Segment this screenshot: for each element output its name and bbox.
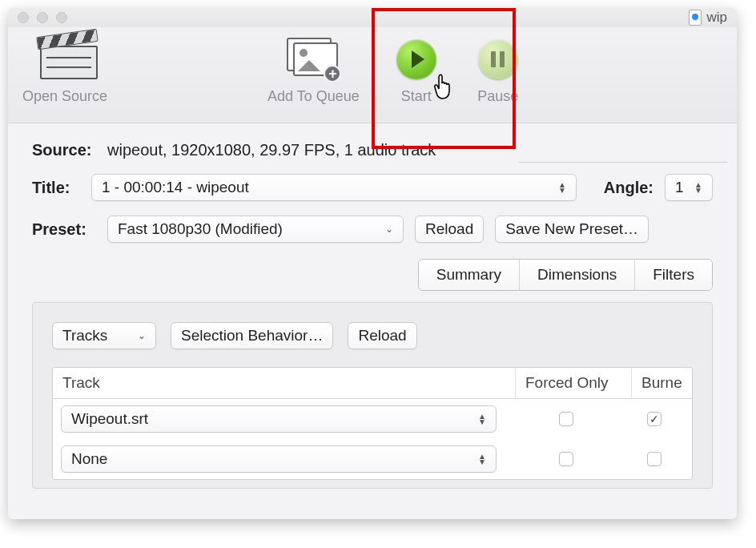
tracks-reload-label: Reload bbox=[358, 327, 406, 345]
tabs: Summary Dimensions Filters bbox=[32, 259, 713, 291]
close-icon[interactable] bbox=[18, 12, 29, 23]
open-source-button[interactable]: Open Source bbox=[22, 37, 107, 105]
save-preset-button[interactable]: Save New Preset… bbox=[495, 216, 649, 243]
stepper-icon: ▲▼ bbox=[478, 413, 486, 425]
track-select[interactable]: None ▲▼ bbox=[61, 445, 497, 473]
tracks-dropdown[interactable]: Tracks ⌄ bbox=[52, 322, 156, 349]
angle-value: 1 bbox=[675, 179, 684, 196]
save-preset-label: Save New Preset… bbox=[505, 220, 638, 238]
doc-name: wip bbox=[706, 10, 727, 26]
add-to-queue-button[interactable]: + Add To Queue bbox=[267, 37, 360, 105]
titlebar: wip bbox=[8, 8, 737, 27]
angle-label: Angle: bbox=[604, 179, 653, 197]
add-to-queue-label: Add To Queue bbox=[267, 88, 360, 105]
source-text: wipeout, 1920x1080, 29.97 FPS, 1 audio t… bbox=[107, 141, 436, 159]
reload-label: Reload bbox=[425, 220, 473, 238]
source-row: Source: wipeout, 1920x1080, 29.97 FPS, 1… bbox=[32, 141, 713, 159]
title-row: Title: 1 - 00:00:14 - wipeout ▲▼ Angle: … bbox=[32, 174, 713, 201]
tracks-dropdown-label: Tracks bbox=[62, 327, 107, 345]
preset-value: Fast 1080p30 (Modified) bbox=[118, 220, 283, 238]
play-icon bbox=[396, 39, 436, 79]
burned-in-checkbox[interactable] bbox=[647, 452, 662, 466]
forced-only-checkbox[interactable] bbox=[559, 412, 573, 426]
title-value: 1 - 00:00:14 - wipeout bbox=[102, 179, 249, 196]
app-window: wip Open Source + Add To Queue bbox=[8, 8, 737, 519]
track-name: None bbox=[71, 450, 107, 468]
th-track: Track bbox=[53, 368, 516, 398]
stepper-icon: ▲▼ bbox=[558, 182, 566, 193]
chevron-down-icon: ⌄ bbox=[138, 330, 146, 341]
preset-select[interactable]: Fast 1080p30 (Modified) ⌄ bbox=[107, 216, 404, 243]
tracks-panel: Tracks ⌄ Selection Behavior… Reload Trac… bbox=[32, 302, 713, 489]
queue-icon: + bbox=[288, 39, 338, 79]
minimize-icon[interactable] bbox=[37, 12, 48, 23]
title-label: Title: bbox=[32, 179, 80, 197]
th-forced: Forced Only bbox=[516, 368, 632, 398]
document-icon bbox=[689, 10, 702, 26]
window-controls bbox=[18, 12, 67, 23]
zoom-icon[interactable] bbox=[56, 12, 67, 23]
tab-dimensions[interactable]: Dimensions bbox=[520, 260, 635, 290]
tracks-reload-button[interactable]: Reload bbox=[348, 322, 416, 349]
content: Source: wipeout, 1920x1080, 29.97 FPS, 1… bbox=[8, 123, 737, 489]
open-source-label: Open Source bbox=[22, 88, 107, 105]
track-select[interactable]: Wipeout.srt ▲▼ bbox=[61, 405, 497, 433]
reload-button[interactable]: Reload bbox=[415, 216, 484, 243]
tab-filters[interactable]: Filters bbox=[635, 260, 712, 290]
track-name: Wipeout.srt bbox=[71, 410, 148, 428]
table-row: None ▲▼ bbox=[53, 439, 692, 479]
tab-summary[interactable]: Summary bbox=[419, 260, 520, 290]
preset-row: Preset: Fast 1080p30 (Modified) ⌄ Reload… bbox=[32, 216, 713, 243]
title-doc: wip bbox=[689, 10, 727, 26]
selection-behavior-label: Selection Behavior… bbox=[181, 327, 323, 345]
forced-only-checkbox[interactable] bbox=[559, 452, 573, 466]
stepper-icon: ▲▼ bbox=[694, 182, 702, 193]
stepper-icon: ▲▼ bbox=[478, 453, 486, 465]
chevron-down-icon: ⌄ bbox=[385, 224, 393, 235]
start-button[interactable]: Start bbox=[392, 37, 441, 105]
burned-in-checkbox[interactable]: ✓ bbox=[647, 412, 662, 426]
tracks-table: Track Forced Only Burne Wipeout.srt ▲▼ bbox=[52, 367, 693, 480]
start-label: Start bbox=[401, 88, 432, 105]
source-label: Source: bbox=[32, 141, 96, 159]
pause-button[interactable]: Pause bbox=[473, 37, 523, 105]
clapper-icon bbox=[40, 39, 90, 79]
table-header: Track Forced Only Burne bbox=[53, 368, 692, 399]
angle-select[interactable]: 1 ▲▼ bbox=[665, 174, 713, 201]
pause-icon bbox=[478, 39, 518, 79]
title-select[interactable]: 1 - 00:00:14 - wipeout ▲▼ bbox=[91, 174, 577, 201]
selection-behavior-button[interactable]: Selection Behavior… bbox=[171, 322, 333, 349]
toolbar: Open Source + Add To Queue Start bbox=[8, 27, 737, 123]
pause-label: Pause bbox=[477, 88, 518, 105]
separator bbox=[519, 162, 727, 163]
preset-label: Preset: bbox=[32, 220, 96, 239]
table-row: Wipeout.srt ▲▼ ✓ bbox=[53, 399, 692, 439]
th-burned: Burne bbox=[632, 368, 692, 398]
